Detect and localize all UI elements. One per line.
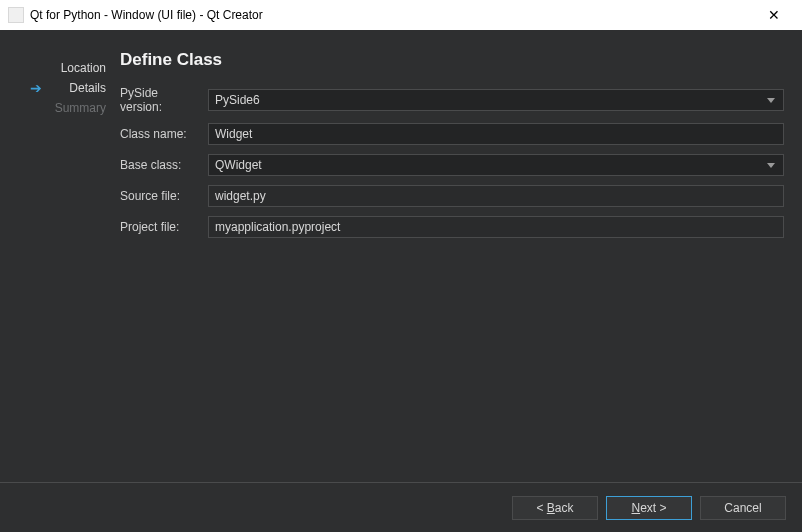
row-class-name: Class name: Widget [120, 123, 784, 145]
wizard-steps: Location ➔ Details Summary [0, 48, 120, 482]
row-base-class: Base class: QWidget [120, 154, 784, 176]
label-pyside-version: PySide version: [120, 86, 208, 114]
step-label: Location [61, 61, 106, 75]
combo-value: PySide6 [215, 93, 260, 107]
label-project-file: Project file: [120, 220, 208, 234]
combo-pyside-version[interactable]: PySide6 [208, 89, 784, 111]
step-details[interactable]: ➔ Details [24, 78, 120, 98]
back-button[interactable]: < Back [512, 496, 598, 520]
titlebar: Qt for Python - Window (UI file) - Qt Cr… [0, 0, 802, 30]
step-label: Details [69, 81, 106, 95]
button-label: < Back [536, 501, 573, 515]
wizard-footer: < Back Next > Cancel [0, 482, 802, 532]
label-source-file: Source file: [120, 189, 208, 203]
arrow-right-icon: ➔ [30, 81, 42, 95]
button-label: Cancel [724, 501, 761, 515]
page-title: Define Class [120, 50, 784, 70]
input-value: myapplication.pyproject [215, 220, 340, 234]
row-pyside-version: PySide version: PySide6 [120, 86, 784, 114]
wizard-main: Define Class PySide version: PySide6 Cla… [120, 48, 802, 482]
label-base-class: Base class: [120, 158, 208, 172]
button-label: Next > [631, 501, 666, 515]
app-icon [8, 7, 24, 23]
input-value: Widget [215, 127, 252, 141]
window-title: Qt for Python - Window (UI file) - Qt Cr… [30, 8, 754, 22]
input-source-file[interactable]: widget.py [208, 185, 784, 207]
step-label: Summary [55, 101, 106, 115]
label-class-name: Class name: [120, 127, 208, 141]
row-source-file: Source file: widget.py [120, 185, 784, 207]
wizard-body: Location ➔ Details Summary Define Class … [0, 30, 802, 482]
step-summary: Summary [24, 98, 120, 118]
cancel-button[interactable]: Cancel [700, 496, 786, 520]
next-button[interactable]: Next > [606, 496, 692, 520]
step-location[interactable]: Location [24, 58, 120, 78]
row-project-file: Project file: myapplication.pyproject [120, 216, 784, 238]
combo-base-class[interactable]: QWidget [208, 154, 784, 176]
combo-value: QWidget [215, 158, 262, 172]
input-project-file[interactable]: myapplication.pyproject [208, 216, 784, 238]
close-icon[interactable]: ✕ [754, 7, 794, 23]
input-class-name[interactable]: Widget [208, 123, 784, 145]
input-value: widget.py [215, 189, 266, 203]
